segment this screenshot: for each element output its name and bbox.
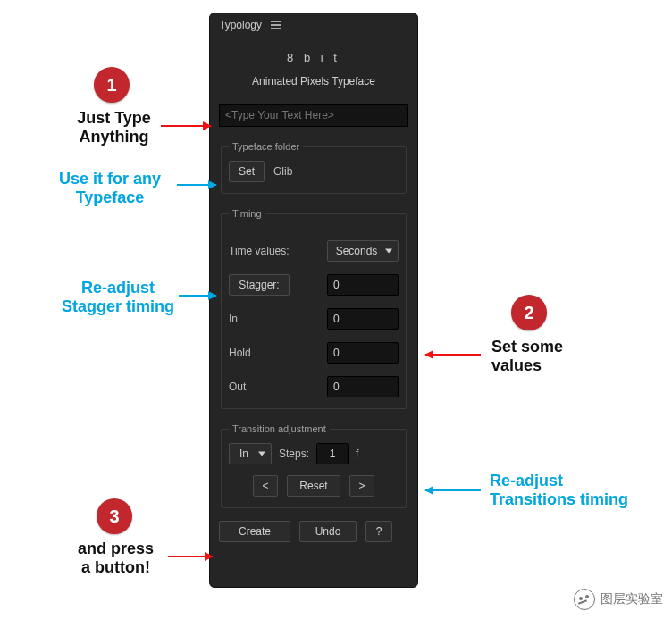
in-label: In	[229, 313, 238, 325]
undo-button[interactable]: Undo	[299, 521, 357, 542]
anno-arrow-4	[425, 354, 481, 356]
anno-text-1: Just Type Anything	[67, 109, 161, 146]
anno-circle-3: 3	[97, 498, 132, 534]
time-values-select[interactable]: Seconds	[327, 240, 399, 262]
anno-text-2: Use it for any Typeface	[43, 170, 177, 206]
menu-icon[interactable]	[271, 21, 281, 29]
panel-header: Typology	[219, 19, 408, 35]
anno-text-3: Re-adjust Stagger timing	[55, 279, 181, 315]
time-values-label: Time values:	[229, 245, 290, 257]
watermark: 图层实验室	[574, 589, 663, 610]
anno-text-4: Set some values	[491, 338, 581, 374]
anno-arrow-5	[425, 489, 481, 491]
transition-reset-button[interactable]: Reset	[287, 475, 340, 497]
transition-next-button[interactable]: >	[349, 475, 374, 497]
typology-panel: Typology 8 b i t Animated Pixels Typefac…	[209, 13, 418, 588]
out-value-input[interactable]: 0	[327, 376, 399, 397]
panel-subtitle: Animated Pixels Typeface	[219, 75, 408, 88]
anno-circle-2: 2	[511, 295, 547, 330]
watermark-icon	[574, 589, 595, 610]
create-button[interactable]: Create	[219, 521, 290, 542]
stagger-button[interactable]: Stagger:	[229, 274, 290, 296]
footer-row: Create Undo ?	[219, 521, 408, 542]
set-button[interactable]: Set	[229, 161, 265, 182]
out-label: Out	[229, 381, 246, 393]
hold-label: Hold	[229, 347, 251, 359]
stagger-value-input[interactable]: 0	[327, 274, 399, 296]
anno-arrow-2	[177, 184, 216, 186]
steps-value-input[interactable]: 1	[316, 443, 349, 464]
steps-suffix: f	[356, 448, 358, 460]
anno-arrow-6	[168, 556, 213, 557]
typeface-folder-legend: Typeface folder	[229, 141, 303, 152]
anno-text-5: Re-adjust Transitions timing	[490, 472, 642, 508]
panel-title: 8 b i t	[219, 51, 408, 64]
help-button[interactable]: ?	[365, 521, 392, 542]
transition-legend: Transition adjustment	[229, 423, 330, 434]
transition-dir-select[interactable]: In	[229, 443, 272, 464]
anno-arrow-3	[179, 295, 216, 297]
anno-text-6: and press a button!	[64, 540, 167, 576]
text-input[interactable]	[219, 104, 408, 127]
transition-group: Transition adjustment In Steps: 1 f < Re…	[221, 423, 407, 508]
timing-legend: Timing	[229, 208, 265, 219]
timing-group: Timing Time values: Seconds Stagger: 0 I…	[221, 208, 407, 409]
panel-name: Typology	[219, 19, 262, 31]
transition-prev-button[interactable]: <	[253, 475, 278, 497]
watermark-text: 图层实验室	[601, 591, 663, 607]
anno-arrow-1	[161, 125, 211, 127]
in-value-input[interactable]: 0	[327, 308, 399, 330]
typeface-folder-group: Typeface folder Set Glib	[221, 141, 407, 194]
anno-circle-1: 1	[94, 67, 130, 103]
hold-value-input[interactable]: 0	[327, 342, 399, 364]
steps-label: Steps:	[279, 448, 309, 460]
typeface-folder-value: Glib	[273, 165, 292, 178]
